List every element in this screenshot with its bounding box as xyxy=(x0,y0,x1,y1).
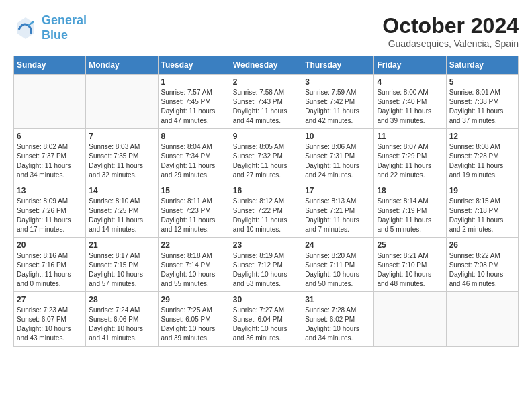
day-info: Sunrise: 8:15 AM Sunset: 7:18 PM Dayligh… xyxy=(449,197,515,234)
day-info: Sunrise: 8:03 AM Sunset: 7:35 PM Dayligh… xyxy=(89,142,154,180)
day-info: Sunrise: 7:57 AM Sunset: 7:45 PM Dayligh… xyxy=(161,88,227,126)
day-number: 1 xyxy=(161,77,227,87)
day-info: Sunrise: 8:20 AM Sunset: 7:11 PM Dayligh… xyxy=(305,251,371,289)
day-number: 27 xyxy=(17,295,83,304)
day-info: Sunrise: 8:10 AM Sunset: 7:25 PM Dayligh… xyxy=(89,197,154,234)
calendar-cell: 23Sunrise: 8:19 AM Sunset: 7:12 PM Dayli… xyxy=(230,238,302,292)
day-info: Sunrise: 8:05 AM Sunset: 7:32 PM Dayligh… xyxy=(233,142,299,180)
day-number: 4 xyxy=(377,77,443,87)
day-number: 5 xyxy=(449,77,515,87)
day-number: 3 xyxy=(305,77,371,87)
day-info: Sunrise: 8:19 AM Sunset: 7:12 PM Dayligh… xyxy=(233,251,299,289)
day-info: Sunrise: 8:11 AM Sunset: 7:23 PM Dayligh… xyxy=(161,197,227,234)
logo-text: General Blue xyxy=(42,13,87,42)
day-info: Sunrise: 8:17 AM Sunset: 7:15 PM Dayligh… xyxy=(89,251,154,289)
calendar-cell: 9Sunrise: 8:05 AM Sunset: 7:32 PM Daylig… xyxy=(230,129,302,183)
month-title: October 2024 xyxy=(382,13,519,38)
calendar-cell: 12Sunrise: 8:08 AM Sunset: 7:28 PM Dayli… xyxy=(446,129,518,183)
day-number: 16 xyxy=(233,186,299,195)
location-subtitle: Guadasequies, Valencia, Spain xyxy=(382,38,519,49)
day-info: Sunrise: 7:25 AM Sunset: 6:05 PM Dayligh… xyxy=(161,306,227,343)
calendar-cell: 21Sunrise: 8:17 AM Sunset: 7:15 PM Dayli… xyxy=(86,238,158,292)
day-number: 11 xyxy=(377,132,443,141)
day-number: 30 xyxy=(233,295,299,304)
calendar-table: SundayMondayTuesdayWednesdayThursdayFrid… xyxy=(13,56,519,347)
day-number: 20 xyxy=(17,240,83,250)
calendar-cell: 25Sunrise: 8:21 AM Sunset: 7:10 PM Dayli… xyxy=(374,238,446,292)
calendar-cell: 19Sunrise: 8:15 AM Sunset: 7:18 PM Dayli… xyxy=(446,183,518,238)
calendar-cell: 14Sunrise: 8:10 AM Sunset: 7:25 PM Dayli… xyxy=(86,183,158,238)
calendar-header-row: SundayMondayTuesdayWednesdayThursdayFrid… xyxy=(14,56,519,75)
calendar-cell: 6Sunrise: 8:02 AM Sunset: 7:37 PM Daylig… xyxy=(14,129,86,183)
calendar-cell: 1Sunrise: 7:57 AM Sunset: 7:45 PM Daylig… xyxy=(158,75,230,129)
day-info: Sunrise: 8:16 AM Sunset: 7:16 PM Dayligh… xyxy=(17,251,83,289)
calendar-week-1: 1Sunrise: 7:57 AM Sunset: 7:45 PM Daylig… xyxy=(14,75,519,129)
day-info: Sunrise: 7:28 AM Sunset: 6:02 PM Dayligh… xyxy=(305,306,371,343)
calendar-cell: 4Sunrise: 8:00 AM Sunset: 7:40 PM Daylig… xyxy=(374,75,446,129)
weekday-header-friday: Friday xyxy=(374,56,446,75)
day-info: Sunrise: 8:09 AM Sunset: 7:26 PM Dayligh… xyxy=(17,197,83,234)
day-number: 21 xyxy=(89,240,154,250)
calendar-cell xyxy=(14,75,86,129)
day-number: 28 xyxy=(89,295,154,304)
logo-icon xyxy=(13,16,38,40)
day-info: Sunrise: 8:12 AM Sunset: 7:22 PM Dayligh… xyxy=(233,197,299,234)
calendar-cell: 7Sunrise: 8:03 AM Sunset: 7:35 PM Daylig… xyxy=(86,129,158,183)
day-number: 6 xyxy=(17,132,83,141)
page-header: General Blue October 2024 Guadasequies, … xyxy=(13,13,519,49)
calendar-cell: 20Sunrise: 8:16 AM Sunset: 7:16 PM Dayli… xyxy=(14,238,86,292)
day-info: Sunrise: 8:06 AM Sunset: 7:31 PM Dayligh… xyxy=(305,142,371,180)
day-number: 31 xyxy=(305,295,371,304)
calendar-cell: 10Sunrise: 8:06 AM Sunset: 7:31 PM Dayli… xyxy=(302,129,374,183)
day-number: 29 xyxy=(161,295,227,304)
calendar-cell: 31Sunrise: 7:28 AM Sunset: 6:02 PM Dayli… xyxy=(302,292,374,347)
calendar-cell: 26Sunrise: 8:22 AM Sunset: 7:08 PM Dayli… xyxy=(446,238,518,292)
day-number: 17 xyxy=(305,186,371,195)
calendar-week-2: 6Sunrise: 8:02 AM Sunset: 7:37 PM Daylig… xyxy=(14,129,519,183)
calendar-cell: 18Sunrise: 8:14 AM Sunset: 7:19 PM Dayli… xyxy=(374,183,446,238)
day-info: Sunrise: 8:21 AM Sunset: 7:10 PM Dayligh… xyxy=(377,251,443,289)
calendar-cell: 13Sunrise: 8:09 AM Sunset: 7:26 PM Dayli… xyxy=(14,183,86,238)
day-number: 25 xyxy=(377,240,443,250)
day-number: 24 xyxy=(305,240,371,250)
day-info: Sunrise: 8:13 AM Sunset: 7:21 PM Dayligh… xyxy=(305,197,371,234)
day-number: 18 xyxy=(377,186,443,195)
calendar-cell: 24Sunrise: 8:20 AM Sunset: 7:11 PM Dayli… xyxy=(302,238,374,292)
day-number: 7 xyxy=(89,132,154,141)
day-number: 15 xyxy=(161,186,227,195)
weekday-header-monday: Monday xyxy=(86,56,158,75)
day-number: 23 xyxy=(233,240,299,250)
calendar-cell: 30Sunrise: 7:27 AM Sunset: 6:04 PM Dayli… xyxy=(230,292,302,347)
calendar-cell xyxy=(446,292,518,347)
day-info: Sunrise: 7:24 AM Sunset: 6:06 PM Dayligh… xyxy=(89,306,154,343)
day-info: Sunrise: 7:58 AM Sunset: 7:43 PM Dayligh… xyxy=(233,88,299,126)
day-info: Sunrise: 8:02 AM Sunset: 7:37 PM Dayligh… xyxy=(17,142,83,180)
day-number: 12 xyxy=(449,132,515,141)
calendar-cell xyxy=(374,292,446,347)
calendar-cell: 17Sunrise: 8:13 AM Sunset: 7:21 PM Dayli… xyxy=(302,183,374,238)
day-info: Sunrise: 8:00 AM Sunset: 7:40 PM Dayligh… xyxy=(377,88,443,126)
day-number: 13 xyxy=(17,186,83,195)
weekday-header-sunday: Sunday xyxy=(14,56,86,75)
calendar-cell: 15Sunrise: 8:11 AM Sunset: 7:23 PM Dayli… xyxy=(158,183,230,238)
calendar-cell: 3Sunrise: 7:59 AM Sunset: 7:42 PM Daylig… xyxy=(302,75,374,129)
calendar-cell: 5Sunrise: 8:01 AM Sunset: 7:38 PM Daylig… xyxy=(446,75,518,129)
day-info: Sunrise: 8:14 AM Sunset: 7:19 PM Dayligh… xyxy=(377,197,443,234)
day-info: Sunrise: 8:22 AM Sunset: 7:08 PM Dayligh… xyxy=(449,251,515,289)
day-number: 9 xyxy=(233,132,299,141)
weekday-header-saturday: Saturday xyxy=(446,56,518,75)
calendar-week-4: 20Sunrise: 8:16 AM Sunset: 7:16 PM Dayli… xyxy=(14,238,519,292)
day-number: 22 xyxy=(161,240,227,250)
logo: General Blue xyxy=(13,13,87,42)
calendar-week-3: 13Sunrise: 8:09 AM Sunset: 7:26 PM Dayli… xyxy=(14,183,519,238)
calendar-cell: 11Sunrise: 8:07 AM Sunset: 7:29 PM Dayli… xyxy=(374,129,446,183)
weekday-header-tuesday: Tuesday xyxy=(158,56,230,75)
calendar-cell xyxy=(86,75,158,129)
day-number: 14 xyxy=(89,186,154,195)
day-info: Sunrise: 7:23 AM Sunset: 6:07 PM Dayligh… xyxy=(17,306,83,343)
day-info: Sunrise: 7:59 AM Sunset: 7:42 PM Dayligh… xyxy=(305,88,371,126)
weekday-header-wednesday: Wednesday xyxy=(230,56,302,75)
day-number: 10 xyxy=(305,132,371,141)
calendar-body: 1Sunrise: 7:57 AM Sunset: 7:45 PM Daylig… xyxy=(14,75,519,347)
weekday-header-thursday: Thursday xyxy=(302,56,374,75)
